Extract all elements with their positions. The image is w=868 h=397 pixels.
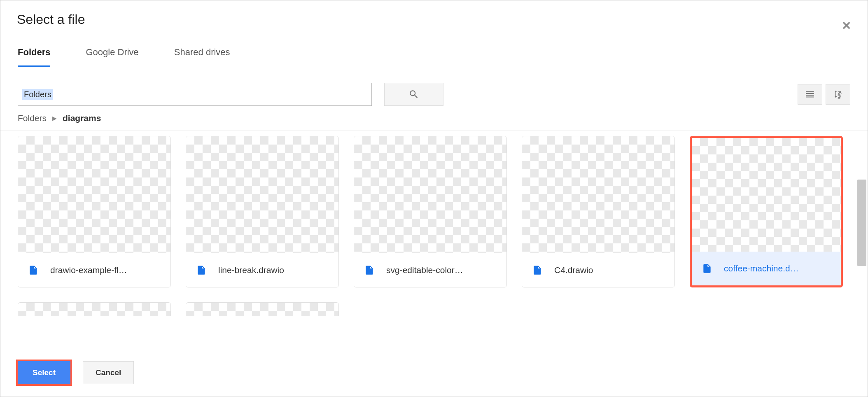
breadcrumb-root[interactable]: Folders [18, 113, 47, 123]
file-card[interactable] [18, 302, 171, 316]
file-name: C4.drawio [554, 265, 593, 275]
tabs-bar: Folders Google Drive Shared drives [0, 27, 868, 67]
file-name: drawio-example-fl… [50, 265, 127, 275]
search-button[interactable] [384, 83, 443, 106]
file-card[interactable]: C4.drawio [522, 136, 675, 287]
file-thumbnail [186, 136, 338, 253]
view-controls: AZ [798, 84, 850, 105]
file-name: coffee-machine.d… [724, 264, 799, 273]
chevron-right-icon: ▶ [52, 115, 57, 121]
file-card[interactable]: drawio-example-fl… [18, 136, 171, 287]
cancel-button[interactable]: Cancel [83, 361, 134, 384]
tab-google-drive[interactable]: Google Drive [86, 47, 138, 67]
svg-text:Z: Z [839, 94, 841, 99]
close-icon[interactable]: ✕ [842, 20, 851, 32]
scrollbar[interactable] [857, 180, 866, 266]
file-thumbnail [354, 136, 506, 253]
sort-button[interactable]: AZ [826, 84, 850, 105]
file-icon [532, 264, 543, 277]
file-name: line-break.drawio [218, 265, 284, 275]
file-icon [196, 264, 207, 277]
file-grid: drawio-example-fl… line-break.drawio svg… [0, 131, 868, 316]
file-thumbnail [522, 136, 674, 253]
file-footer: drawio-example-fl… [18, 253, 170, 287]
file-name: svg-editable-color… [386, 265, 463, 275]
file-card-selected[interactable]: coffee-machine.d… [690, 136, 843, 287]
sort-az-icon: AZ [833, 89, 843, 100]
breadcrumb-current: diagrams [63, 113, 101, 123]
list-icon [805, 89, 815, 100]
tab-shared-drives[interactable]: Shared drives [174, 47, 230, 67]
dialog-header: Select a file [0, 0, 868, 27]
search-icon [408, 89, 419, 100]
search-value: Folders [22, 89, 53, 100]
file-thumbnail [186, 303, 338, 316]
file-icon [28, 264, 39, 277]
toolbar: Folders AZ [0, 67, 868, 113]
file-card[interactable]: line-break.drawio [186, 136, 339, 287]
file-thumbnail [692, 138, 841, 252]
file-card[interactable] [186, 302, 339, 316]
file-footer: line-break.drawio [186, 253, 338, 287]
bottom-bar: Select Cancel [0, 352, 868, 397]
file-footer: C4.drawio [522, 253, 674, 287]
search-input[interactable]: Folders [18, 83, 372, 106]
file-footer: svg-editable-color… [354, 253, 506, 287]
file-footer: coffee-machine.d… [692, 252, 841, 285]
select-button[interactable]: Select [18, 361, 70, 384]
list-view-button[interactable] [798, 84, 822, 105]
breadcrumb: Folders ▶ diagrams [0, 113, 868, 131]
file-card[interactable]: svg-editable-color… [354, 136, 507, 287]
file-icon [364, 264, 375, 277]
dialog-title: Select a file [17, 12, 851, 27]
svg-text:A: A [839, 90, 842, 94]
tab-folders[interactable]: Folders [18, 47, 50, 67]
file-thumbnail [18, 136, 170, 253]
file-icon [702, 262, 712, 275]
file-thumbnail [18, 303, 170, 316]
